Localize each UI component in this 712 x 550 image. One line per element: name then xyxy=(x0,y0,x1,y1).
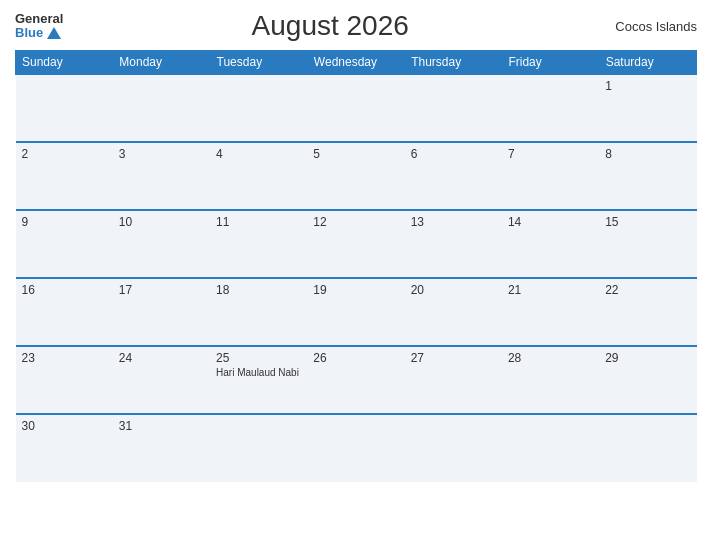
weekday-header: Friday xyxy=(502,51,599,75)
day-number: 13 xyxy=(411,215,496,229)
day-number: 9 xyxy=(22,215,107,229)
calendar-day-cell: 16 xyxy=(16,278,113,346)
day-number: 25 xyxy=(216,351,301,365)
logo: General Blue xyxy=(15,12,63,41)
calendar-day-cell: 3 xyxy=(113,142,210,210)
calendar-day-cell xyxy=(599,414,696,482)
calendar-day-cell: 21 xyxy=(502,278,599,346)
calendar-day-cell: 9 xyxy=(16,210,113,278)
weekday-header: Wednesday xyxy=(307,51,404,75)
calendar-day-cell: 12 xyxy=(307,210,404,278)
day-number: 16 xyxy=(22,283,107,297)
day-number: 17 xyxy=(119,283,204,297)
event-label: Hari Maulaud Nabi xyxy=(216,367,301,378)
calendar-table: SundayMondayTuesdayWednesdayThursdayFrid… xyxy=(15,50,697,482)
day-number: 30 xyxy=(22,419,107,433)
calendar-day-cell xyxy=(113,74,210,142)
calendar-week-row: 232425Hari Maulaud Nabi26272829 xyxy=(16,346,697,414)
calendar-day-cell: 15 xyxy=(599,210,696,278)
day-number: 6 xyxy=(411,147,496,161)
weekday-header: Saturday xyxy=(599,51,696,75)
calendar-day-cell: 13 xyxy=(405,210,502,278)
day-number: 26 xyxy=(313,351,398,365)
calendar-day-cell: 5 xyxy=(307,142,404,210)
calendar-day-cell: 20 xyxy=(405,278,502,346)
calendar-day-cell: 25Hari Maulaud Nabi xyxy=(210,346,307,414)
logo-blue-text: Blue xyxy=(15,26,61,40)
day-number: 19 xyxy=(313,283,398,297)
day-number: 11 xyxy=(216,215,301,229)
calendar-day-cell: 14 xyxy=(502,210,599,278)
weekday-header: Tuesday xyxy=(210,51,307,75)
day-number: 2 xyxy=(22,147,107,161)
calendar-day-cell: 27 xyxy=(405,346,502,414)
calendar-day-cell: 28 xyxy=(502,346,599,414)
day-number: 18 xyxy=(216,283,301,297)
calendar-day-cell: 26 xyxy=(307,346,404,414)
calendar-day-cell: 29 xyxy=(599,346,696,414)
day-number: 4 xyxy=(216,147,301,161)
day-number: 23 xyxy=(22,351,107,365)
day-number: 10 xyxy=(119,215,204,229)
calendar-title: August 2026 xyxy=(63,10,597,42)
day-number: 29 xyxy=(605,351,690,365)
day-number: 22 xyxy=(605,283,690,297)
calendar-week-row: 16171819202122 xyxy=(16,278,697,346)
day-number: 5 xyxy=(313,147,398,161)
calendar-day-cell: 2 xyxy=(16,142,113,210)
calendar-day-cell xyxy=(405,414,502,482)
day-number: 3 xyxy=(119,147,204,161)
logo-triangle-icon xyxy=(47,27,61,39)
calendar-day-cell xyxy=(307,414,404,482)
calendar-day-cell: 11 xyxy=(210,210,307,278)
region-label: Cocos Islands xyxy=(597,19,697,34)
calendar-day-cell: 17 xyxy=(113,278,210,346)
calendar-day-cell xyxy=(210,74,307,142)
calendar-day-cell: 24 xyxy=(113,346,210,414)
day-number: 27 xyxy=(411,351,496,365)
calendar-day-cell: 6 xyxy=(405,142,502,210)
calendar-day-cell: 8 xyxy=(599,142,696,210)
calendar-day-cell: 31 xyxy=(113,414,210,482)
day-number: 1 xyxy=(605,79,690,93)
weekday-header: Thursday xyxy=(405,51,502,75)
calendar-week-row: 3031 xyxy=(16,414,697,482)
calendar-day-cell xyxy=(16,74,113,142)
calendar-day-cell xyxy=(502,74,599,142)
calendar-day-cell: 7 xyxy=(502,142,599,210)
weekday-header: Sunday xyxy=(16,51,113,75)
logo-general-text: General xyxy=(15,12,63,26)
calendar-day-cell xyxy=(307,74,404,142)
calendar-week-row: 9101112131415 xyxy=(16,210,697,278)
day-number: 24 xyxy=(119,351,204,365)
calendar-day-cell: 4 xyxy=(210,142,307,210)
day-number: 14 xyxy=(508,215,593,229)
day-number: 7 xyxy=(508,147,593,161)
calendar-week-row: 2345678 xyxy=(16,142,697,210)
day-number: 21 xyxy=(508,283,593,297)
calendar-day-cell xyxy=(405,74,502,142)
calendar-page: General Blue August 2026 Cocos Islands S… xyxy=(0,0,712,550)
day-number: 28 xyxy=(508,351,593,365)
calendar-day-cell: 22 xyxy=(599,278,696,346)
calendar-day-cell: 1 xyxy=(599,74,696,142)
weekday-header: Monday xyxy=(113,51,210,75)
weekday-header-row: SundayMondayTuesdayWednesdayThursdayFrid… xyxy=(16,51,697,75)
day-number: 20 xyxy=(411,283,496,297)
calendar-day-cell xyxy=(502,414,599,482)
calendar-day-cell: 23 xyxy=(16,346,113,414)
calendar-day-cell: 18 xyxy=(210,278,307,346)
calendar-day-cell xyxy=(210,414,307,482)
day-number: 12 xyxy=(313,215,398,229)
day-number: 15 xyxy=(605,215,690,229)
calendar-day-cell: 30 xyxy=(16,414,113,482)
day-number: 31 xyxy=(119,419,204,433)
calendar-day-cell: 19 xyxy=(307,278,404,346)
header: General Blue August 2026 Cocos Islands xyxy=(15,10,697,42)
day-number: 8 xyxy=(605,147,690,161)
calendar-week-row: 1 xyxy=(16,74,697,142)
calendar-day-cell: 10 xyxy=(113,210,210,278)
